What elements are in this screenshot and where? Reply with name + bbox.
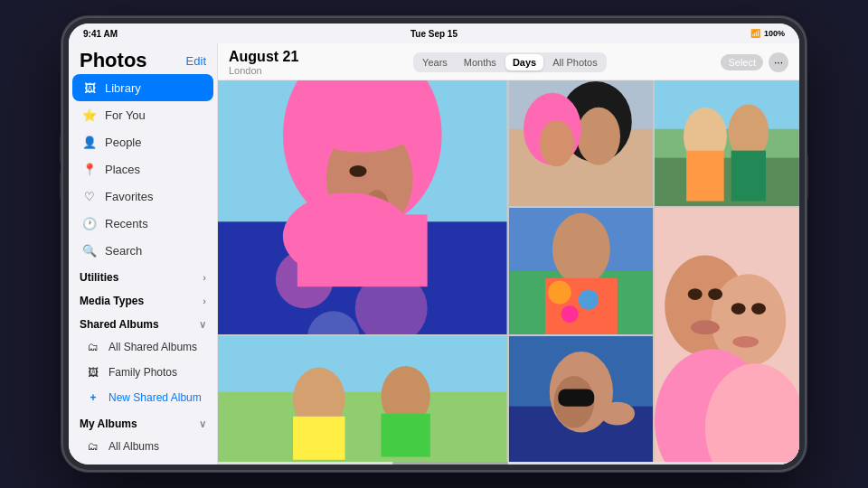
sidebar-item-library[interactable]: 🖼 Library <box>72 74 213 101</box>
sidebar-item-for-you[interactable]: ⭐ For You <box>72 101 213 128</box>
svg-rect-36 <box>293 416 345 459</box>
svg-point-51 <box>751 304 766 315</box>
main-content: Photos Edit 🖼 Library ⭐ For You 👤 Pe <box>69 43 799 465</box>
svg-point-53 <box>733 336 760 348</box>
family-photos-label: Family Photos <box>108 366 177 379</box>
svg-point-16 <box>577 108 620 165</box>
library-icon: 🖼 <box>81 80 98 96</box>
new-shared-album-label: New Shared Album <box>108 391 202 404</box>
svg-point-52 <box>691 321 720 335</box>
sidebar-item-recents[interactable]: 🕐 Recents <box>72 210 213 237</box>
photo-cell-4[interactable] <box>509 208 654 333</box>
section-shared-albums[interactable]: Shared Albums ∨ <box>69 311 217 334</box>
photo-5 <box>218 336 507 462</box>
svg-rect-23 <box>686 151 724 202</box>
photo-cell-3[interactable] <box>655 80 799 206</box>
photo-date: August 21 <box>229 49 298 65</box>
search-icon: 🔍 <box>81 242 98 258</box>
device-frame: 9:41 AM Tue Sep 15 📶 100% Photos Edit <box>63 18 805 470</box>
photo-header: August 21 London Years Months Days All P… <box>218 43 799 80</box>
sidebar-item-all-shared-albums[interactable]: 🗂 All Shared Albums <box>72 334 213 360</box>
sidebar-item-label: People <box>105 136 141 149</box>
favorites-icon: ♡ <box>81 188 98 204</box>
svg-point-32 <box>561 305 578 323</box>
media-types-chevron: › <box>203 296 206 306</box>
svg-point-50 <box>731 304 746 315</box>
sidebar-item-people[interactable]: 👤 People <box>72 128 213 155</box>
section-media-types[interactable]: Media Types › <box>69 287 217 311</box>
svg-point-18 <box>539 120 573 166</box>
section-shared-albums-label: Shared Albums <box>80 318 159 331</box>
photo-7 <box>655 208 799 462</box>
svg-rect-34 <box>218 336 507 392</box>
svg-point-48 <box>688 289 703 301</box>
svg-point-30 <box>548 281 571 305</box>
section-utilities-label: Utilities <box>80 271 118 284</box>
all-shared-albums-icon: 🗂 <box>85 339 101 355</box>
sidebar-item-search[interactable]: 🔍 Search <box>72 237 213 264</box>
photo-cell-7[interactable] <box>655 208 799 462</box>
sidebar-item-new-shared-album[interactable]: + New Shared Album <box>72 385 213 410</box>
svg-point-31 <box>578 290 598 310</box>
sidebar-item-all-albums[interactable]: 🗂 All Albums <box>72 434 213 459</box>
photo-4 <box>509 208 654 333</box>
more-button[interactable]: ··· <box>769 52 788 72</box>
sidebar-item-label: Favorites <box>105 190 153 203</box>
photo-location: London <box>229 65 298 76</box>
photo-6 <box>509 336 654 462</box>
photo-3 <box>655 80 799 206</box>
wifi-icon: 📶 <box>750 29 760 38</box>
svg-rect-20 <box>655 158 799 207</box>
section-my-albums[interactable]: My Albums ∨ <box>69 410 217 434</box>
sidebar-item-family-photos[interactable]: 🖼 Family Photos <box>72 360 213 385</box>
svg-rect-38 <box>382 413 430 456</box>
sidebar: Photos Edit 🖼 Library ⭐ For You 👤 Pe <box>69 43 218 465</box>
places-icon: 📍 <box>81 161 98 177</box>
tab-years[interactable]: Years <box>415 54 455 70</box>
svg-rect-11 <box>297 214 428 286</box>
status-date: Tue Sep 15 <box>410 29 458 39</box>
app-title: Photos <box>80 49 147 72</box>
photo-main <box>218 80 507 334</box>
family-photos-icon: 🖼 <box>85 364 101 380</box>
people-icon: 👤 <box>81 134 98 150</box>
photo-cell-5[interactable] <box>218 336 507 462</box>
section-utilities[interactable]: Utilities › <box>69 264 217 287</box>
photo-cell-main[interactable] <box>218 80 507 334</box>
photo-date-info: August 21 London <box>229 49 298 76</box>
my-albums-chevron: ∨ <box>199 418 206 430</box>
photo-grid <box>218 80 799 462</box>
status-bar: 9:41 AM Tue Sep 15 📶 100% <box>69 23 799 43</box>
status-time: 9:41 AM <box>83 29 118 39</box>
battery-icon: 100% <box>764 29 785 38</box>
all-shared-albums-label: All Shared Albums <box>108 341 197 353</box>
sidebar-item-favorites[interactable]: ♡ Favorites <box>72 183 213 210</box>
new-album-icon: + <box>85 389 101 406</box>
tab-months[interactable]: Months <box>457 54 504 70</box>
tab-all-photos[interactable]: All Photos <box>545 54 605 70</box>
select-button[interactable]: Select <box>721 54 763 70</box>
scroll-thumb <box>392 462 509 465</box>
svg-rect-21 <box>655 80 799 129</box>
edit-button[interactable]: Edit <box>186 54 206 68</box>
tab-days[interactable]: Days <box>505 54 543 70</box>
photo-cell-2[interactable] <box>509 80 654 206</box>
photo-cell-6[interactable] <box>509 336 654 462</box>
svg-rect-25 <box>731 151 766 202</box>
view-tabs: Years Months Days All Photos <box>413 52 607 72</box>
svg-point-9 <box>349 165 366 177</box>
sidebar-item-places[interactable]: 📍 Places <box>72 155 213 183</box>
screen: 9:41 AM Tue Sep 15 📶 100% Photos Edit <box>69 23 799 465</box>
sidebar-header: Photos Edit <box>69 43 217 74</box>
section-my-albums-label: My Albums <box>80 418 137 430</box>
recents-icon: 🕐 <box>81 215 98 231</box>
svg-point-49 <box>708 289 722 301</box>
power-button <box>805 154 808 199</box>
scroll-bar <box>218 462 799 465</box>
sidebar-item-label: Recents <box>105 217 148 230</box>
shared-albums-chevron: ∨ <box>199 319 206 331</box>
all-albums-icon: 🗂 <box>85 438 101 455</box>
ipad-device: 9:41 AM Tue Sep 15 📶 100% Photos Edit <box>63 18 805 470</box>
utilities-chevron: › <box>203 272 206 283</box>
svg-point-28 <box>552 213 609 286</box>
